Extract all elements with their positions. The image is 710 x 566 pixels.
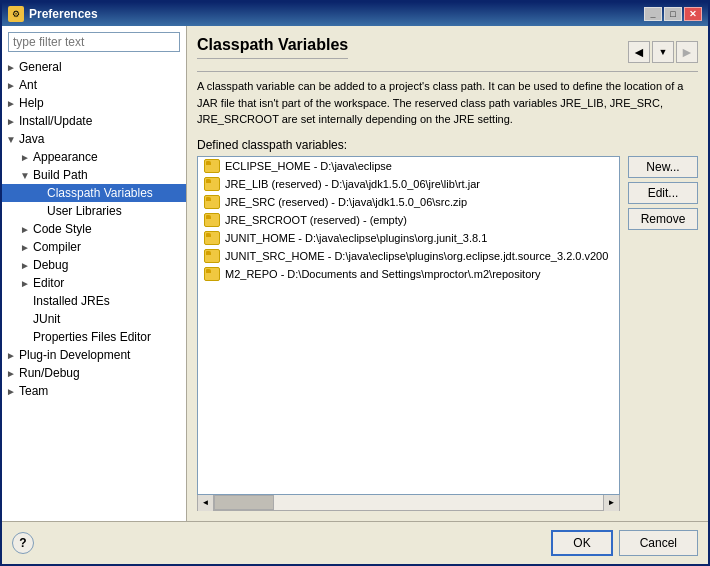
tree-item-label: Properties Files Editor [33, 330, 151, 344]
minimize-button[interactable]: _ [644, 7, 662, 21]
tree-item-help[interactable]: ►Help [2, 94, 186, 112]
tree-item-label: General [19, 60, 62, 74]
dropdown-button[interactable]: ▼ [652, 41, 674, 63]
variable-entry: JRE_SRC (reserved) - D:\java\jdk1.5.0_06… [225, 196, 467, 208]
page-title: Classpath Variables [197, 36, 348, 59]
expand-icon: ► [6, 386, 16, 397]
expand-icon: ► [6, 98, 16, 109]
variable-entry: M2_REPO - D:\Documents and Settings\mpro… [225, 268, 540, 280]
new-button[interactable]: New... [628, 156, 698, 178]
tree-item-label: Code Style [33, 222, 92, 236]
forward-button[interactable]: ► [676, 41, 698, 63]
tree-item-installed-jres[interactable]: Installed JREs [2, 292, 186, 310]
tree-item-junit[interactable]: JUnit [2, 310, 186, 328]
tree-item-appearance[interactable]: ►Appearance [2, 148, 186, 166]
tree-item-java[interactable]: ▼Java [2, 130, 186, 148]
tree-item-build-path[interactable]: ▼Build Path [2, 166, 186, 184]
expand-icon: ► [20, 278, 30, 289]
list-item[interactable]: M2_REPO - D:\Documents and Settings\mpro… [198, 265, 619, 283]
remove-button[interactable]: Remove [628, 208, 698, 230]
tree-item-label: User Libraries [47, 204, 122, 218]
tree-item-label: Install/Update [19, 114, 92, 128]
tree-item-install-update[interactable]: ►Install/Update [2, 112, 186, 130]
list-label: Defined classpath variables: [197, 138, 698, 152]
maximize-button[interactable]: □ [664, 7, 682, 21]
expand-icon: ▼ [6, 134, 16, 145]
folder-icon [204, 267, 220, 281]
list-item[interactable]: ECLIPSE_HOME - D:\java\eclipse [198, 157, 619, 175]
tree-item-label: Team [19, 384, 48, 398]
expand-icon: ► [20, 260, 30, 271]
folder-icon [204, 231, 220, 245]
expand-icon: ► [6, 350, 16, 361]
scroll-left-arrow[interactable]: ◄ [198, 495, 214, 511]
tree-item-label: Plug-in Development [19, 348, 130, 362]
tree-item-editor[interactable]: ►Editor [2, 274, 186, 292]
window-title: Preferences [29, 7, 98, 21]
back-button[interactable]: ◄ [628, 41, 650, 63]
tree-item-compiler[interactable]: ►Compiler [2, 238, 186, 256]
folder-icon [204, 195, 220, 209]
edit-button[interactable]: Edit... [628, 182, 698, 204]
variable-entry: ECLIPSE_HOME - D:\java\eclipse [225, 160, 392, 172]
help-button[interactable]: ? [12, 532, 34, 554]
tree-item-label: Editor [33, 276, 64, 290]
variable-entry: JUNIT_SRC_HOME - D:\java\eclipse\plugins… [225, 250, 608, 262]
tree-item-label: Classpath Variables [47, 186, 153, 200]
variable-entry: JUNIT_HOME - D:\java\eclipse\plugins\org… [225, 232, 487, 244]
tree-item-classpath-variables[interactable]: Classpath Variables [2, 184, 186, 202]
side-buttons: New... Edit... Remove [628, 156, 698, 512]
bottom-bar: ? OK Cancel [2, 521, 708, 564]
tree-item-team[interactable]: ►Team [2, 382, 186, 400]
list-item[interactable]: JRE_SRCROOT (reserved) - (empty) [198, 211, 619, 229]
tree-item-ant[interactable]: ►Ant [2, 76, 186, 94]
tree-item-code-style[interactable]: ►Code Style [2, 220, 186, 238]
tree-item-properties-files-editor[interactable]: Properties Files Editor [2, 328, 186, 346]
right-panel: Classpath Variables ◄ ▼ ► A classpath va… [187, 26, 708, 521]
variables-list: ECLIPSE_HOME - D:\java\eclipse JRE_LIB (… [197, 156, 620, 496]
expand-icon: ► [20, 152, 30, 163]
window-icon: ⚙ [8, 6, 24, 22]
tree-item-debug[interactable]: ►Debug [2, 256, 186, 274]
ok-button[interactable]: OK [551, 530, 612, 556]
variable-entry: JRE_SRCROOT (reserved) - (empty) [225, 214, 407, 226]
tree-item-run-debug[interactable]: ►Run/Debug [2, 364, 186, 382]
close-button[interactable]: ✕ [684, 7, 702, 21]
expand-icon: ► [6, 368, 16, 379]
tree-item-label: Build Path [33, 168, 88, 182]
tree-item-label: Debug [33, 258, 68, 272]
cancel-button[interactable]: Cancel [619, 530, 698, 556]
tree-item-plug-in-development[interactable]: ►Plug-in Development [2, 346, 186, 364]
folder-icon [204, 177, 220, 191]
tree-item-label: JUnit [33, 312, 60, 326]
tree-item-label: Ant [19, 78, 37, 92]
preferences-window: ⚙ Preferences _ □ ✕ ►General►Ant►Help►In… [0, 0, 710, 566]
expand-icon: ▼ [20, 170, 30, 181]
tree-item-label: Run/Debug [19, 366, 80, 380]
folder-icon [204, 249, 220, 263]
tree-item-label: Java [19, 132, 44, 146]
folder-icon [204, 213, 220, 227]
list-item[interactable]: JUNIT_SRC_HOME - D:\java\eclipse\plugins… [198, 247, 619, 265]
tree-item-label: Compiler [33, 240, 81, 254]
tree-item-label: Appearance [33, 150, 98, 164]
list-item[interactable]: JUNIT_HOME - D:\java\eclipse\plugins\org… [198, 229, 619, 247]
expand-icon: ► [6, 80, 16, 91]
list-item[interactable]: JRE_LIB (reserved) - D:\java\jdk1.5.0_06… [198, 175, 619, 193]
left-panel: ►General►Ant►Help►Install/Update▼Java►Ap… [2, 26, 187, 521]
title-bar: ⚙ Preferences _ □ ✕ [2, 2, 708, 26]
variable-entry: JRE_LIB (reserved) - D:\java\jdk1.5.0_06… [225, 178, 480, 190]
scroll-right-arrow[interactable]: ► [603, 495, 619, 511]
expand-icon: ► [6, 116, 16, 127]
folder-icon [204, 159, 220, 173]
expand-icon: ► [20, 242, 30, 253]
filter-input[interactable] [8, 32, 180, 52]
description-text: A classpath variable can be added to a p… [197, 78, 698, 128]
list-item[interactable]: JRE_SRC (reserved) - D:\java\jdk1.5.0_06… [198, 193, 619, 211]
tree-container: ►General►Ant►Help►Install/Update▼Java►Ap… [2, 58, 186, 521]
tree-item-user-libraries[interactable]: User Libraries [2, 202, 186, 220]
tree-item-general[interactable]: ►General [2, 58, 186, 76]
tree-item-label: Installed JREs [33, 294, 110, 308]
expand-icon: ► [6, 62, 16, 73]
expand-icon: ► [20, 224, 30, 235]
